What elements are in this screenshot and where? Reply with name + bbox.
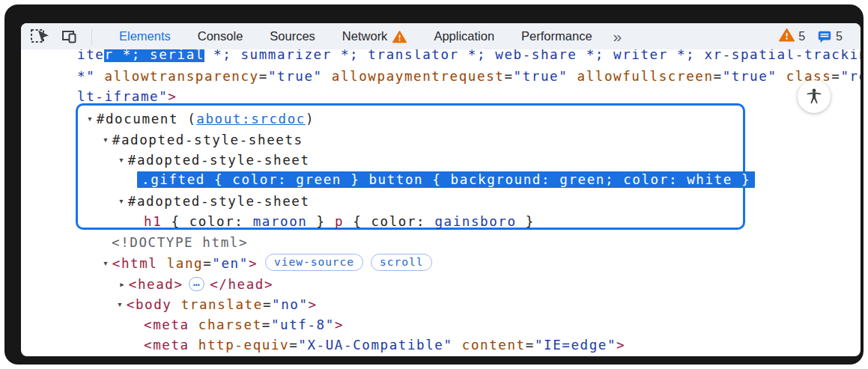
tab-performance[interactable]: Performance	[521, 29, 592, 43]
dom-node-adopted-style-sheets[interactable]: ▾#adopted-style-sheets	[103, 129, 303, 150]
warnings-count: 5	[798, 30, 805, 43]
dom-node-meta-http-equiv[interactable]: <meta http-equiv="X-UA-Compatible" conte…	[144, 335, 625, 356]
more-tabs-icon[interactable]: »	[613, 28, 621, 46]
accessibility-person-icon	[804, 87, 824, 106]
dom-css-rule-selected[interactable]: .gifted { color: green } button { backgr…	[137, 170, 755, 190]
dom-doctype[interactable]: <!DOCTYPE html>	[112, 233, 248, 253]
dom-node-adopted-style-sheet-2[interactable]: ▾#adopted-style-sheet	[118, 191, 310, 211]
dom-css-rule[interactable]: h1 { color: maroon } p { color: gainsbor…	[144, 212, 535, 232]
expand-arrow-icon[interactable]: ▾	[103, 257, 109, 269]
messages-count: 5	[836, 30, 843, 43]
text-selection: r *; serial	[104, 47, 204, 62]
toolbar-status-badges: 5 5	[779, 28, 843, 45]
tab-console[interactable]: Console	[198, 29, 243, 43]
inspect-element-icon[interactable]	[30, 27, 49, 46]
dom-line-iframe-attributes[interactable]: *" allowtransparency="true" allowpayment…	[77, 67, 861, 87]
messages-icon[interactable]	[817, 29, 832, 44]
dom-node-html[interactable]: ▾<html lang="en">view-sourcescroll	[103, 253, 432, 273]
expand-arrow-icon[interactable]: ▾	[117, 299, 123, 310]
accessibility-floating-button[interactable]	[798, 80, 831, 113]
tab-network[interactable]: Network	[342, 29, 407, 43]
device-toolbar-icon[interactable]	[60, 27, 79, 46]
expand-arrow-icon[interactable]: ▾	[118, 195, 124, 207]
dom-node-meta-charset[interactable]: <meta charset="utf-8">	[144, 315, 344, 335]
tab-elements[interactable]: Elements	[119, 29, 171, 43]
expand-arrow-icon[interactable]: ▾	[103, 134, 109, 145]
window-frame: iter *; serial *; summarizer *; translat…	[4, 4, 864, 365]
devtools-panel: iter *; serial *; summarizer *; translat…	[21, 23, 861, 356]
expand-arrow-icon[interactable]: ▾	[87, 113, 93, 124]
scroll-badge[interactable]: scroll	[371, 254, 432, 271]
dom-node-document[interactable]: ▾#document (about:srcdoc)	[87, 109, 315, 129]
dom-node-adopted-style-sheet-1[interactable]: ▾#adopted-style-sheet	[118, 150, 310, 170]
toolbar-divider	[91, 28, 92, 45]
view-source-badge[interactable]: view-source	[265, 254, 363, 271]
dom-line-iframe-attributes-wrap[interactable]: lt-iframe">	[77, 87, 177, 107]
tab-sources[interactable]: Sources	[270, 29, 315, 43]
dom-node-body[interactable]: ▾<body translate="no">	[117, 294, 318, 314]
srcdoc-link[interactable]: about:srcdoc	[196, 112, 306, 126]
devtools-toolbar: Elements Console Sources Network Applica…	[21, 23, 861, 49]
network-warning-icon	[392, 30, 407, 43]
warnings-icon[interactable]	[779, 28, 795, 45]
tab-application[interactable]: Application	[434, 29, 494, 43]
collapse-arrow-icon[interactable]: ▸	[119, 278, 125, 290]
expand-arrow-icon[interactable]: ▾	[118, 154, 124, 165]
dom-node-head[interactable]: ▸<head>…</head>	[119, 274, 273, 294]
ellipsis-expand-icon[interactable]: …	[189, 277, 205, 291]
